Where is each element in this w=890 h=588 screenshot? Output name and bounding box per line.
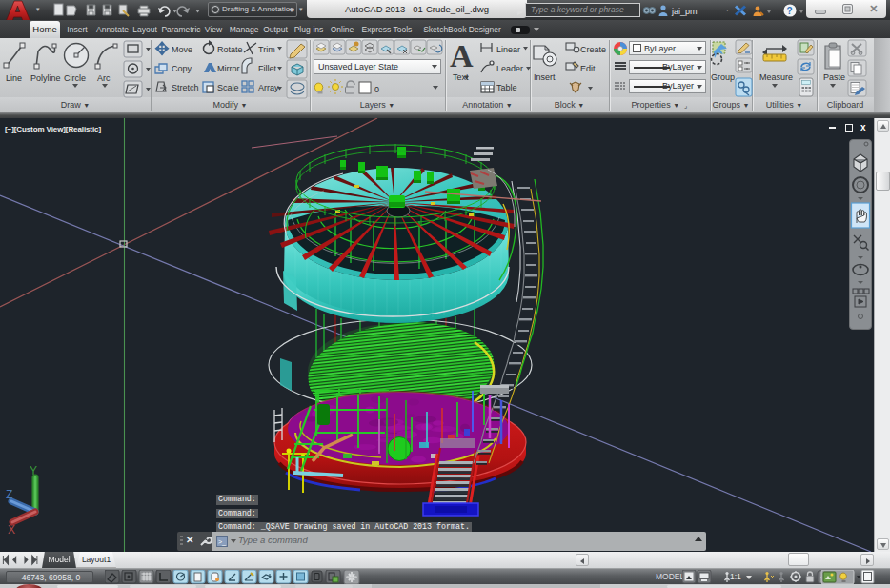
svg-text:X: X — [8, 523, 15, 537]
svg-text:?: ? — [787, 6, 793, 16]
svg-text:Y: Y — [30, 464, 37, 477]
svg-text:·: · — [726, 7, 729, 15]
svg-text:Z: Z — [6, 488, 12, 501]
svg-text:0: 0 — [374, 85, 379, 94]
svg-text:jai_pm: jai_pm — [671, 7, 698, 16]
svg-text:A: A — [450, 38, 474, 73]
